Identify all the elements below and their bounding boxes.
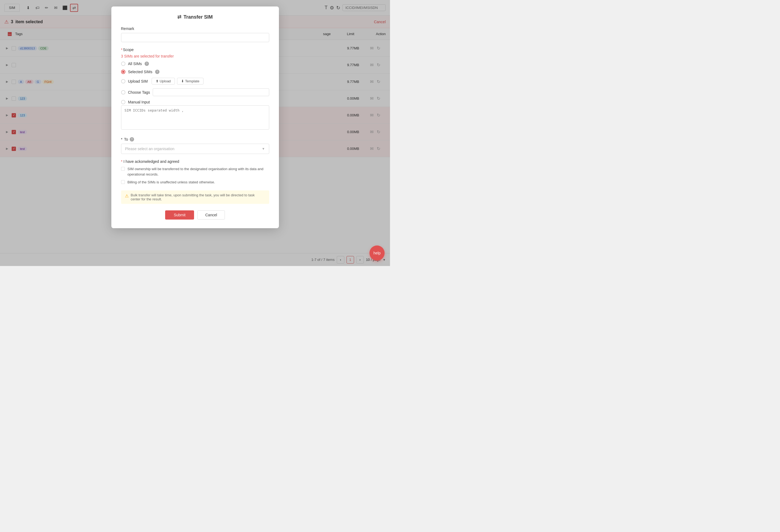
agree-title: * I have ackonwledged and agreed [121, 159, 269, 164]
submit-button[interactable]: Submit [165, 210, 194, 220]
remark-input[interactable] [121, 33, 269, 42]
template-button[interactable]: ⬇ Template [177, 78, 203, 85]
to-label: * To ? [121, 137, 269, 142]
to-label-text: To [124, 137, 128, 142]
radio-manual-row[interactable]: Manual Input [121, 100, 269, 104]
scope-option-upload[interactable]: Upload SIM ⬆ Upload ⬇ Template [121, 78, 269, 85]
manual-textarea[interactable] [121, 105, 269, 129]
radio-upload[interactable] [121, 79, 126, 84]
upload-btn-label: Upload [160, 79, 171, 83]
upload-button[interactable]: ⬆ Upload [152, 78, 175, 85]
to-help-icon[interactable]: ? [130, 137, 134, 142]
modal-title: ⇄ Transfer SIM [121, 14, 269, 20]
radio-all-label: All SIMs [128, 62, 142, 66]
org-select-arrow-icon: ▼ [262, 147, 265, 151]
remark-section: Remark [121, 26, 269, 42]
scope-required: * [121, 48, 123, 52]
agree-text-1: SIM ownership will be transferred to the… [128, 166, 269, 177]
scope-option-manual: Manual Input [121, 100, 269, 129]
selected-sims-help-icon[interactable]: ? [155, 70, 159, 74]
scope-option-tags[interactable]: Choose Tags [121, 88, 269, 96]
template-icon: ⬇ [181, 79, 184, 83]
upload-icon: ⬆ [156, 79, 159, 83]
agree-item-1: SIM ownership will be transferred to the… [121, 166, 269, 177]
to-section: * To ? Please select an organisation ▼ [121, 137, 269, 154]
agree-checkbox-2[interactable] [121, 180, 125, 184]
radio-all[interactable] [121, 62, 126, 66]
radio-manual-label: Manual Input [128, 100, 150, 104]
scope-radio-group: All SIMs ? Selected SIMs ? Upload SIM ⬆ … [121, 62, 269, 129]
agree-required: * [121, 159, 123, 164]
scope-info: 3 SIMs are selected for transfer [121, 54, 269, 58]
radio-selected[interactable] [121, 70, 126, 74]
to-required: * [121, 137, 123, 142]
template-btn-label: Template [185, 79, 199, 83]
modal-cancel-button[interactable]: Cancel [197, 210, 225, 220]
scope-option-selected[interactable]: Selected SIMs ? [121, 70, 269, 74]
transfer-title-icon: ⇄ [177, 14, 181, 20]
tags-input[interactable] [153, 88, 269, 96]
upload-buttons: ⬆ Upload ⬇ Template [152, 78, 203, 85]
agree-text-2: Billing of the SIMs is unaffected unless… [128, 179, 215, 185]
agree-title-text: I have ackonwledged and agreed [124, 159, 179, 164]
scope-option-all[interactable]: All SIMs ? [121, 62, 269, 66]
radio-selected-label: Selected SIMs [128, 70, 152, 74]
scope-section: *Scope 3 SIMs are selected for transfer … [121, 48, 269, 129]
org-select[interactable]: Please select an organisation ▼ [121, 144, 269, 154]
modal-actions: Submit Cancel [121, 210, 269, 220]
warning-notice-icon: ⚠ [125, 193, 129, 199]
radio-tags[interactable] [121, 90, 126, 95]
remark-label: Remark [121, 26, 269, 31]
scope-label: *Scope [121, 48, 269, 52]
radio-upload-label: Upload SIM [128, 79, 148, 84]
radio-manual[interactable] [121, 100, 126, 104]
bulk-notice: ⚠ Bulk transfer will take time, upon sub… [121, 191, 269, 204]
modal-title-text: Transfer SIM [184, 14, 213, 20]
agree-checkbox-1[interactable] [121, 167, 125, 171]
all-sims-help-icon[interactable]: ? [145, 62, 149, 66]
transfer-sim-modal: ⇄ Transfer SIM Remark *Scope 3 SIMs are … [111, 6, 279, 228]
bulk-notice-text: Bulk transfer will take time, upon submi… [131, 193, 265, 201]
agree-section: * I have ackonwledged and agreed SIM own… [121, 159, 269, 185]
radio-tags-label: Choose Tags [128, 90, 150, 95]
agree-item-2: Billing of the SIMs is unaffected unless… [121, 179, 269, 185]
org-select-placeholder: Please select an organisation [125, 147, 175, 151]
help-fab[interactable]: help [370, 246, 385, 261]
